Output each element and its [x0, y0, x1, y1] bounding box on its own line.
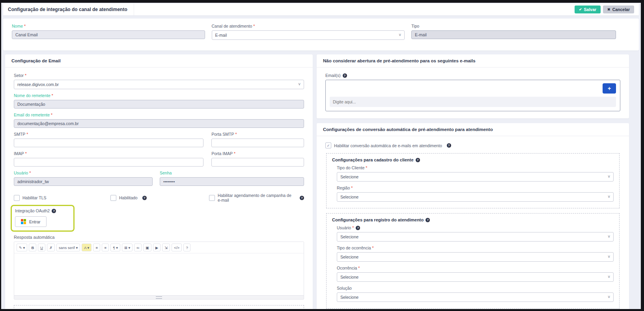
field-senha: Senha [160, 170, 304, 186]
underline-icon[interactable]: U [38, 244, 45, 251]
cancel-button[interactable]: ✖ Cancelar [603, 6, 634, 14]
ignore-emails-title: Não considerar abertura de pré-atendimen… [317, 54, 629, 67]
email-remetente-input[interactable] [14, 119, 304, 128]
emails-input[interactable] [330, 97, 616, 107]
picture-icon[interactable]: ▣ [143, 244, 151, 251]
required-marker: * [26, 132, 28, 137]
smtp-input[interactable] [14, 139, 203, 147]
help-icon[interactable]: ? [52, 209, 56, 213]
ocorrencia-label: Ocorrência * [337, 266, 614, 270]
add-email-button[interactable]: + [603, 83, 616, 94]
paragraph-icon[interactable]: ¶ ▾ [110, 244, 120, 251]
clear-format-icon[interactable]: ✗ [47, 244, 55, 251]
font-color-icon[interactable]: A ▾ [82, 244, 91, 251]
habilitado-checkbox[interactable] [110, 195, 116, 201]
tls-checkbox-label: Habilitar TLS [22, 195, 47, 200]
oauth-login-button[interactable]: Entrar [15, 216, 47, 227]
required-marker: * [24, 24, 26, 28]
chevron-down-icon: ˅ [608, 235, 610, 239]
code-view-icon[interactable]: </> [172, 244, 182, 251]
field-porta-smtp: Porta SMTP * [211, 132, 304, 147]
field-email-remetente: Email do remetente * [14, 112, 304, 128]
required-marker: * [29, 170, 31, 175]
usuario-label-text: Usuário [14, 170, 28, 175]
usuario-registro-label: Usuário * ? [337, 225, 614, 230]
solucao-label: Solução [337, 286, 614, 290]
nome-remetente-input[interactable] [14, 100, 304, 109]
help-icon[interactable]: ? [300, 196, 304, 200]
help-icon[interactable]: ? [142, 196, 147, 200]
help-icon[interactable]: ? [356, 226, 360, 230]
oauth-highlight-box: Integração OAuth2 ? Entrar [11, 205, 75, 232]
enable-conversion-checkbox[interactable]: ✓ [325, 142, 331, 148]
editor-resize-handle[interactable] [14, 295, 304, 299]
setor-select[interactable]: release.digivox.com.br ˅ [14, 80, 304, 89]
help-icon[interactable]: ? [426, 218, 430, 222]
usuario-input[interactable] [14, 177, 153, 186]
agendamento-checkbox[interactable] [209, 195, 215, 201]
setor-label-text: Setor [14, 73, 24, 78]
solucao-select[interactable]: Selecione ˅ [337, 292, 614, 302]
x-icon: ✖ [607, 8, 610, 11]
porta-imap-label-text: Porta IMAP [211, 151, 233, 156]
usuario-select[interactable]: Selecione ˅ [337, 232, 614, 242]
ignore-emails-card: Não considerar abertura de pré-atendimen… [317, 54, 629, 118]
regiao-select[interactable]: Selecione ˅ [337, 192, 614, 202]
canal-atendimento-select[interactable]: E-mail ˅ [212, 30, 405, 40]
ignore-emails-body: Email(s) ? + [317, 67, 629, 118]
main-columns: Configuração de Email Setor * release.di… [5, 54, 629, 309]
video-icon[interactable]: ▶ [153, 244, 161, 251]
link-icon[interactable]: ∞ [134, 244, 142, 251]
oauth-label: Integração OAuth2 ? [15, 208, 56, 213]
field-tipo: Tipo [411, 24, 616, 40]
ocorrencia-select[interactable]: Selecione ˅ [337, 272, 614, 282]
help-icon[interactable]: ? [343, 73, 347, 78]
test-email-section: Testar Envio de Email * Enviar [14, 305, 304, 309]
ordered-list-icon[interactable]: ≡ [102, 244, 109, 251]
required-marker: * [352, 225, 354, 230]
fullscreen-icon[interactable]: ⇲ [162, 244, 170, 251]
unordered-list-icon[interactable]: ≡ [93, 244, 100, 251]
chevron-down-icon: ˅ [608, 175, 610, 179]
tipo-label-text: Tipo [411, 24, 419, 28]
enable-conversion-label: Habilitar conversão automática de e-mail… [334, 143, 442, 148]
senha-label: Senha [160, 170, 304, 175]
usuario-registro-label-text: Usuário [337, 225, 351, 230]
required-marker: * [235, 132, 237, 137]
service-record-title: Configurações para registro do atendimen… [332, 217, 614, 222]
conversion-card: Configurações de conversão automática de… [317, 123, 629, 309]
porta-imap-input[interactable] [211, 158, 304, 167]
page-header: Configuração de integração do canal de a… [3, 4, 639, 15]
nome-input[interactable] [12, 30, 205, 39]
table-icon[interactable]: ⊞ ▾ [122, 244, 133, 251]
agendamento-checkbox-option[interactable]: Habilitar agendamento de campanha de e-m… [209, 193, 304, 202]
tls-checkbox-option[interactable]: Habilitar TLS [14, 193, 110, 202]
imap-input[interactable] [14, 158, 203, 167]
client-registration-box: Configurações para cadastro do cliente ?… [326, 153, 620, 208]
senha-input[interactable] [160, 177, 304, 186]
imap-row: IMAP * Porta IMAP * [14, 151, 304, 170]
auto-reply-textarea[interactable] [14, 253, 304, 295]
oauth-label-text: Integração OAuth2 [15, 208, 50, 213]
title-wrap: Configuração de integração do canal de a… [8, 4, 134, 15]
conversion-body: ✓ Habilitar conversão automática de e-ma… [317, 136, 629, 309]
field-nome: Nome * [12, 24, 205, 40]
habilitado-checkbox-option[interactable]: Habilitado ? [110, 193, 209, 202]
enable-conversion-option[interactable]: ✓ Habilitar conversão automática de e-ma… [325, 142, 620, 148]
tls-checkbox[interactable] [14, 195, 20, 201]
options-checkbox-row: Habilitar TLS Habilitado ? Habilitar age… [14, 193, 304, 202]
help-icon[interactable]: ? [416, 158, 420, 162]
help-icon[interactable]: ? [447, 143, 451, 148]
bold-icon[interactable]: B [29, 244, 36, 251]
tipo-cliente-select[interactable]: Selecione ˅ [337, 172, 614, 182]
editor-help-icon[interactable]: ? [183, 244, 190, 251]
style-icon[interactable]: ✎ ▾ [17, 244, 27, 251]
font-family-icon[interactable]: sans serif ▾ [56, 244, 80, 251]
right-column: Não considerar abertura de pré-atendimen… [317, 54, 629, 309]
porta-smtp-input[interactable] [211, 139, 304, 147]
nome-label-text: Nome [12, 24, 23, 28]
save-button[interactable]: ✔ Salvar [575, 6, 601, 14]
usuario-label: Usuário * [14, 170, 153, 175]
channel-config-card: Nome * Canal de atendimento * E-mail ˅ T… [3, 19, 639, 51]
tipo-ocorrencia-select[interactable]: Selecione ˅ [337, 252, 614, 262]
